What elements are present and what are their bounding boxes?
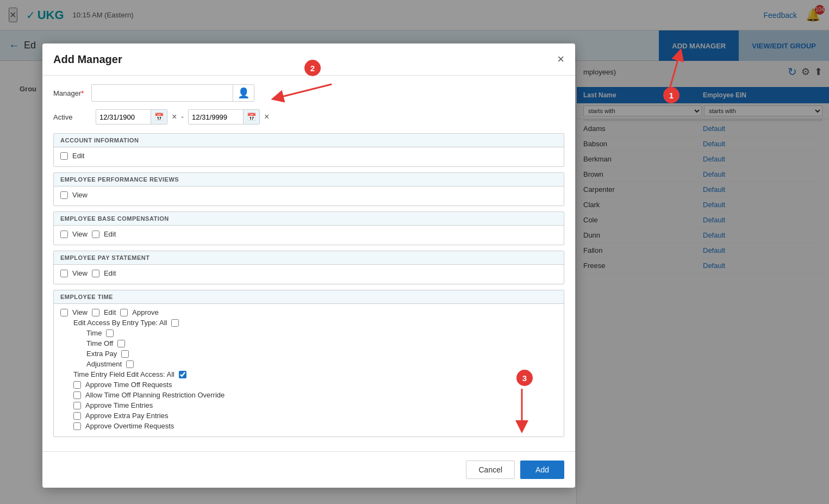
employee-time-header: EMPLOYEE TIME	[54, 290, 564, 304]
section-emp-perf: EMPLOYEE PERFORMANCE REVIEWS View	[53, 172, 564, 206]
checkbox-eps-view[interactable]	[60, 270, 68, 277]
et-adjustment-row: Adjustment	[60, 360, 557, 368]
modal-footer: Cancel Add	[42, 451, 575, 488]
manager-input-wrap: 👤	[91, 84, 254, 102]
label-et-approve-extra: Approve Extra Pay Entries	[85, 412, 168, 420]
et-edit-checkbox[interactable]	[92, 309, 99, 316]
modal-title: Add Manager	[53, 53, 122, 66]
person-search-icon[interactable]: 👤	[233, 85, 254, 101]
et-row-et-approve-entries: Approve Time Entries	[60, 401, 557, 409]
et-edit-access-row: Edit Access By Entry Type: All	[60, 319, 557, 327]
perm-row-emp-base-comp: View Edit	[60, 230, 557, 238]
active-label: Active	[53, 113, 91, 121]
et-time-row: Time	[60, 329, 557, 337]
perm-row-ai-edit: Edit	[60, 152, 557, 160]
add-manager-modal: Add Manager × Manager* 👤 Active 📅 × -	[42, 43, 575, 488]
label-ebc-view: View	[72, 230, 88, 238]
body-account-info: Edit	[54, 147, 564, 166]
et-adjustment-checkbox[interactable]	[126, 360, 134, 368]
et-approve-label: Approve	[132, 308, 158, 316]
et-row-et-approve-time-off: Approve Time Off Requests	[60, 381, 557, 389]
calendar-to-icon[interactable]: 📅	[243, 110, 259, 124]
et-time-label: Time	[86, 329, 102, 337]
label-et-approve-time-off: Approve Time Off Requests	[85, 381, 172, 389]
manager-label: Manager*	[53, 89, 91, 97]
et-field-edit-checkbox[interactable]	[179, 371, 186, 378]
perm-row-ep-view: View	[60, 191, 557, 199]
label-eps-edit: Edit	[104, 269, 116, 277]
et-extra-pay-label: Extra Pay	[86, 350, 117, 358]
et-approve-checkbox[interactable]	[120, 309, 128, 316]
date-from-wrap: 📅	[96, 109, 167, 125]
checkbox-ebc-view[interactable]	[60, 231, 68, 238]
perm-row-emp-pay-stmt: View Edit	[60, 269, 557, 277]
manager-input[interactable]	[92, 89, 233, 97]
checkbox-et-approve-time-off[interactable]	[73, 381, 81, 389]
header-account-info: ACCOUNT INFORMATION	[54, 134, 564, 147]
calendar-from-icon[interactable]: 📅	[151, 110, 167, 124]
manager-field-row: Manager* 👤	[53, 84, 564, 102]
add-button[interactable]: Add	[520, 461, 564, 479]
employee-time-section: EMPLOYEE TIME View Edit Approve Edit Acc…	[53, 290, 564, 437]
checkbox-eps-edit[interactable]	[92, 270, 99, 277]
label-et-approve-overtime: Approve Overtime Requests	[85, 422, 174, 430]
date-to-input[interactable]	[189, 113, 243, 121]
checkbox-et-approve-overtime[interactable]	[73, 422, 81, 430]
header-emp-pay-stmt: EMPLOYEE PAY STATEMENT	[54, 251, 564, 265]
date-dash: -	[181, 113, 184, 121]
label-ai-edit: Edit	[72, 152, 84, 160]
date-from-input[interactable]	[96, 113, 151, 121]
checkbox-et-approve-extra[interactable]	[73, 412, 81, 420]
et-edit-access-label: Edit Access By Entry Type: All	[73, 319, 167, 327]
checkbox-ep-view[interactable]	[60, 191, 68, 199]
checkbox-et-allow-time-off[interactable]	[73, 391, 81, 399]
checkbox-ai-edit[interactable]	[60, 152, 68, 160]
modal-header: Add Manager ×	[42, 43, 575, 76]
et-row-et-approve-overtime: Approve Overtime Requests	[60, 422, 557, 430]
clear-to-icon[interactable]: ×	[264, 112, 269, 122]
et-edit-access-all-checkbox[interactable]	[171, 319, 179, 327]
et-time-off-label: Time Off	[86, 339, 113, 347]
label-ep-view: View	[72, 191, 88, 199]
et-extra-pay-row: Extra Pay	[60, 350, 557, 358]
et-time-checkbox[interactable]	[106, 329, 114, 337]
header-emp-perf: EMPLOYEE PERFORMANCE REVIEWS	[54, 173, 564, 186]
checkbox-et-approve-entries[interactable]	[73, 402, 81, 409]
et-edit-label: Edit	[104, 308, 116, 316]
clear-from-icon[interactable]: ×	[172, 112, 177, 122]
body-emp-pay-stmt: View Edit	[54, 265, 564, 284]
modal-body: Manager* 👤 Active 📅 × - 📅 × ACCOUNT I	[42, 76, 575, 451]
section-account-info: ACCOUNT INFORMATION Edit	[53, 133, 564, 167]
checkbox-ebc-edit[interactable]	[92, 231, 99, 238]
permission-sections: ACCOUNT INFORMATION Edit EMPLOYEE PERFOR…	[53, 133, 564, 284]
date-to-wrap: 📅	[188, 109, 260, 125]
et-field-edit-row: Time Entry Field Edit Access: All	[60, 370, 557, 378]
label-ebc-edit: Edit	[104, 230, 116, 238]
et-view-label: View	[72, 308, 88, 316]
section-emp-pay-stmt: EMPLOYEE PAY STATEMENT View Edit	[53, 251, 564, 284]
label-et-approve-entries: Approve Time Entries	[85, 401, 153, 409]
et-main-row: View Edit Approve	[60, 308, 557, 316]
cancel-button[interactable]: Cancel	[466, 461, 515, 479]
et-extra-pay-checkbox[interactable]	[121, 350, 129, 358]
body-emp-perf: View	[54, 186, 564, 206]
section-emp-base-comp: EMPLOYEE BASE COMPENSATION View Edit	[53, 211, 564, 245]
et-row-et-allow-time-off: Allow Time Off Planning Restriction Over…	[60, 391, 557, 399]
header-emp-base-comp: EMPLOYEE BASE COMPENSATION	[54, 212, 564, 226]
et-time-off-row: Time Off	[60, 339, 557, 347]
active-date-row: Active 📅 × - 📅 ×	[53, 109, 564, 125]
employee-time-body: View Edit Approve Edit Access By Entry T…	[54, 304, 564, 437]
body-emp-base-comp: View Edit	[54, 226, 564, 245]
et-view-checkbox[interactable]	[60, 309, 68, 316]
label-et-allow-time-off: Allow Time Off Planning Restriction Over…	[85, 391, 225, 399]
et-adjustment-label: Adjustment	[86, 360, 122, 368]
label-eps-view: View	[72, 269, 88, 277]
et-field-edit-label: Time Entry Field Edit Access: All	[73, 370, 174, 378]
et-time-off-checkbox[interactable]	[117, 340, 125, 347]
et-extra-checkboxes: Approve Time Off Requests Allow Time Off…	[60, 381, 557, 430]
modal-close-button[interactable]: ×	[557, 52, 564, 66]
et-row-et-approve-extra: Approve Extra Pay Entries	[60, 412, 557, 420]
